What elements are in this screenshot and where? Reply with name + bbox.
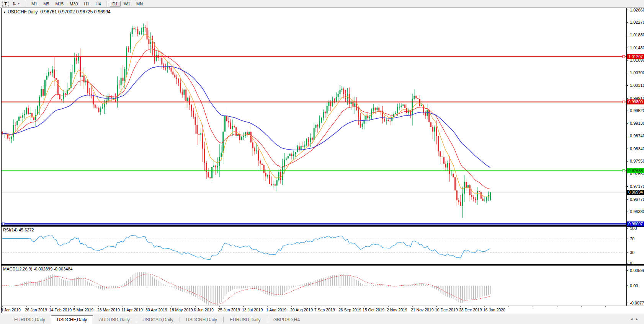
candle (258, 148, 259, 166)
candle (65, 93, 66, 97)
timeframe-button-d1[interactable]: D1 (110, 1, 121, 7)
candle (400, 103, 402, 109)
candle (340, 85, 341, 99)
chart-tab-usdcad-daily[interactable]: USDCAD,Daily (137, 316, 179, 324)
candle (74, 53, 75, 74)
level-drag-handle[interactable] (2, 223, 5, 225)
tab-scroll-right-icon[interactable]: ▸ (636, 317, 638, 321)
candle (110, 94, 111, 100)
timeframe-button-m5[interactable]: M5 (41, 1, 52, 7)
candle (295, 152, 296, 157)
level-drag-handle[interactable] (623, 170, 625, 172)
mt4-window: T ⇅ ▼ M1M5M15M30H1H4D1W1MN ▼USDCHF,Daily… (0, 0, 644, 324)
candle (323, 110, 324, 121)
candle (63, 90, 64, 103)
timeframe-button-w1[interactable]: W1 (121, 1, 133, 7)
chart-tab-eurusd-daily[interactable]: EURUSD,Daily (224, 316, 266, 324)
candle (321, 117, 322, 123)
candle (29, 107, 31, 120)
candle (20, 115, 21, 120)
candle (317, 124, 318, 133)
candle (57, 73, 59, 99)
level-drag-handle[interactable] (623, 55, 625, 58)
chart-tab-usdchf-daily[interactable]: USDCHF,Daily (51, 315, 93, 324)
chart-tab-audusd-daily[interactable]: AUDUSD,Daily (93, 316, 136, 324)
candle (286, 157, 287, 161)
candle (78, 53, 79, 63)
candle (319, 116, 320, 129)
timeframe-button-m1[interactable]: M1 (29, 1, 40, 7)
chart-tab-usdcnh-daily[interactable]: USDCNH,Daily (180, 316, 223, 324)
candle (382, 106, 383, 124)
candle (386, 118, 387, 125)
candle (456, 179, 458, 206)
candle (447, 161, 448, 171)
candle (345, 90, 346, 102)
candle (143, 23, 144, 35)
candle (80, 48, 81, 86)
price-chart-canvas[interactable] (0, 0, 644, 313)
candle (198, 134, 199, 144)
candle (275, 183, 276, 190)
chart-tab-gbpusd-h4[interactable]: GBPUSD,H4 (268, 316, 306, 324)
candle (102, 104, 103, 109)
candle (202, 124, 203, 162)
text-tool-button[interactable]: T (2, 1, 9, 7)
candle (254, 147, 255, 155)
timeframe-button-h1[interactable]: H1 (81, 1, 92, 7)
moving-average-line-8 (2, 34, 490, 197)
candle (100, 106, 101, 115)
candle (93, 92, 94, 108)
candle (15, 122, 16, 132)
candle (224, 107, 226, 133)
candle (126, 46, 127, 75)
candle (453, 173, 454, 177)
candle (96, 106, 98, 109)
candle (464, 175, 465, 202)
candle (61, 99, 62, 101)
candle (82, 69, 83, 80)
timeframe-button-mn[interactable]: MN (134, 1, 145, 7)
candle (260, 158, 261, 171)
tab-scroll-left-icon[interactable]: ◂ (631, 317, 633, 321)
chart-tab-eurusd-daily[interactable]: EURUSD,Daily (8, 316, 51, 324)
timeframe-button-m15[interactable]: M15 (53, 1, 66, 7)
candle (139, 31, 140, 35)
candle (247, 130, 248, 137)
timeframe-button-m30[interactable]: M30 (67, 1, 80, 7)
candle (213, 160, 214, 173)
candle (278, 170, 280, 182)
candle (358, 107, 359, 125)
candle (419, 95, 420, 106)
candle (302, 142, 304, 147)
candle (22, 113, 23, 123)
toolbar-separator (106, 1, 108, 7)
candle (150, 32, 151, 53)
candle (123, 65, 124, 84)
candle (352, 98, 353, 107)
candle (147, 21, 148, 40)
candle (304, 141, 305, 149)
candle (484, 197, 485, 202)
cycle-tool-button[interactable]: ⇅ ▼ (10, 1, 23, 7)
candle (362, 123, 363, 129)
candle (378, 104, 379, 112)
candle (183, 90, 185, 100)
candle (282, 159, 283, 185)
timeframe-button-h4[interactable]: H4 (93, 1, 103, 7)
candle (267, 174, 268, 179)
candle (48, 68, 49, 77)
candle (117, 76, 118, 107)
candle (391, 112, 392, 125)
candle (441, 156, 443, 158)
candle (271, 176, 272, 186)
candle (273, 181, 274, 189)
candle (171, 66, 172, 74)
level-drag-handle[interactable] (623, 101, 625, 103)
candle (26, 107, 27, 115)
candle (35, 109, 36, 127)
candle (367, 113, 368, 120)
candle (299, 142, 300, 151)
candle (291, 153, 293, 160)
candle (13, 120, 14, 141)
